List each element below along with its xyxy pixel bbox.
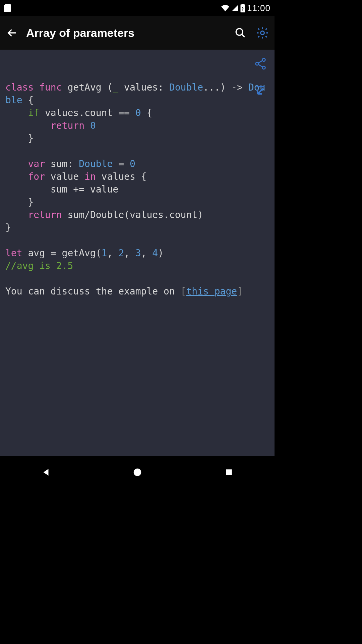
code-line-forclose: } (5, 197, 34, 208)
svg-point-4 (256, 62, 259, 65)
search-button[interactable] (232, 25, 248, 41)
code-line-fnclose: } (5, 222, 11, 233)
battery-charging-icon (240, 4, 245, 12)
clock-time: 11:00 (247, 3, 270, 13)
code-line-closeif: } (5, 133, 34, 144)
collapse-button[interactable] (252, 83, 268, 99)
page-title: Array of parameters (26, 26, 226, 40)
back-button[interactable] (4, 25, 20, 41)
wifi-icon (221, 5, 230, 11)
svg-point-5 (262, 58, 265, 61)
code-comment: //avg is 2.5 (5, 260, 73, 271)
sd-card-icon (4, 4, 11, 12)
svg-point-6 (262, 66, 265, 69)
code-line-let: let avg = getAvg(1, 2, 3, 4) (5, 248, 164, 259)
cell-signal-icon (232, 5, 238, 11)
svg-rect-8 (226, 469, 232, 475)
code-line-ret0: return 0 (5, 120, 96, 131)
code-line-for: for value in values { (5, 171, 146, 182)
svg-point-7 (133, 469, 141, 476)
nav-back-button[interactable] (36, 462, 56, 482)
floating-actions (252, 56, 268, 99)
system-nav-bar (0, 456, 275, 488)
status-right: 11:00 (221, 3, 270, 13)
nav-home-button[interactable] (127, 462, 147, 482)
svg-point-2 (236, 29, 243, 35)
status-bar: 11:00 (0, 0, 275, 16)
code-content[interactable]: class func getAvg (_ values: Double...) … (0, 50, 275, 456)
code-line-var: var sum: Double = 0 (5, 158, 135, 169)
discuss-link[interactable]: this page (186, 286, 237, 297)
svg-rect-1 (242, 4, 244, 5)
code-line-1: class func getAvg (_ values: Double...) … (5, 82, 265, 106)
svg-point-3 (261, 31, 264, 35)
code-line-ret: return sum/Double(values.count) (5, 209, 203, 220)
status-left (4, 4, 11, 12)
app-bar: Array of parameters (0, 16, 275, 50)
code-line-sum: sum += value (5, 184, 118, 195)
discuss-line: You can discuss the example on [this pag… (5, 286, 243, 297)
share-button[interactable] (252, 56, 268, 72)
code-line-if: if values.count == 0 { (5, 107, 152, 118)
nav-recents-button[interactable] (219, 462, 239, 482)
settings-button[interactable] (254, 25, 270, 41)
